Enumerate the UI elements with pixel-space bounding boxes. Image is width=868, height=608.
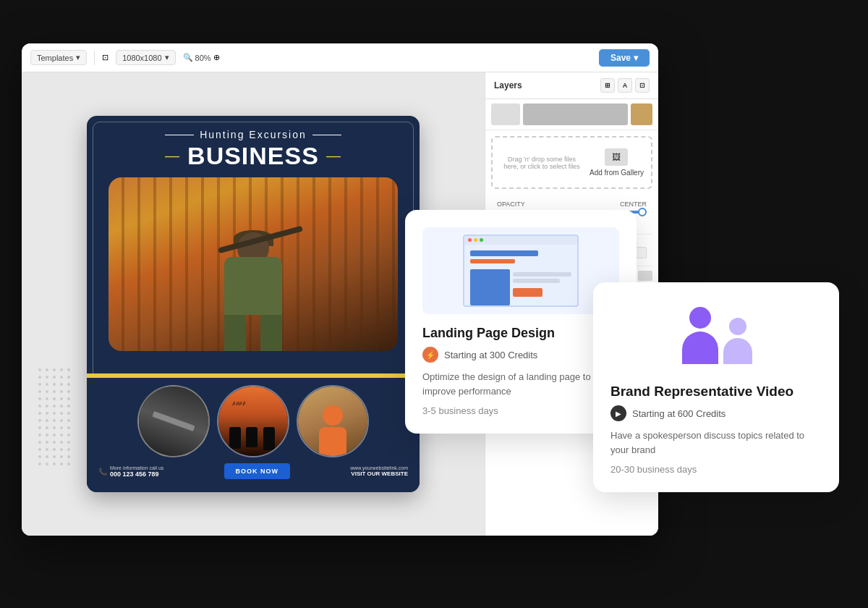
svg-point-49 [67, 434, 70, 436]
crop-icon: ⊡ [102, 53, 109, 62]
opacity-slider-thumb[interactable] [638, 208, 647, 216]
svg-point-60 [38, 455, 41, 458]
chevron-down-icon: ▾ [76, 53, 80, 62]
svg-point-14 [67, 383, 70, 386]
preview-bar-blue [470, 250, 538, 256]
landing-preview [422, 227, 619, 314]
hunting-flyer: Hunting Excursion — BUSINESS — [87, 116, 420, 492]
svg-point-27 [53, 405, 56, 408]
layers-icon-btn-3[interactable]: ⊡ [635, 78, 650, 93]
svg-point-25 [38, 405, 41, 408]
landing-preview-mockup [463, 235, 579, 307]
layer-thumb-2[interactable] [523, 104, 628, 125]
person-body [682, 332, 718, 364]
svg-point-55 [38, 448, 41, 451]
zoom-in-icon[interactable]: ⊕ [213, 53, 220, 62]
drop-zone-text: Drag 'n' drop some files here, or click … [500, 156, 584, 170]
brand-preview [610, 300, 822, 372]
flyer-contact-row: 📞 More information call us 000 123 456 7… [87, 457, 420, 479]
size-label: 1080x1080 [122, 54, 161, 62]
svg-point-36 [46, 419, 48, 422]
svg-point-8 [60, 376, 63, 379]
title-dash-right: — [326, 148, 341, 164]
svg-point-33 [60, 412, 63, 415]
layers-icon-btn-1[interactable]: ⊞ [600, 78, 615, 93]
svg-point-34 [67, 412, 70, 415]
add-gallery-label: Add from Gallery [590, 169, 644, 177]
layer-thumb-3[interactable] [631, 104, 652, 125]
divider-1 [94, 51, 95, 65]
website-cta: VISIT OUR WEBSITE [350, 470, 408, 477]
svg-point-56 [46, 448, 48, 451]
preview-bar-orange [470, 259, 515, 263]
title-dash-left: — [165, 148, 180, 164]
flyer-website-area: www.yourwebsitelink.com VISIT OUR WEBSIT… [350, 465, 408, 477]
layer-extra-icon-2 [638, 271, 652, 281]
svg-point-46 [46, 434, 48, 436]
svg-point-5 [38, 376, 41, 379]
svg-point-64 [67, 455, 70, 458]
drop-zone[interactable]: Drag 'n' drop some files here, or click … [491, 136, 652, 189]
svg-point-2 [53, 368, 56, 371]
svg-point-13 [60, 383, 63, 386]
svg-point-32 [53, 412, 56, 415]
landing-credits-text: Starting at 300 Credits [444, 350, 537, 360]
zoom-controls[interactable]: 🔍 80% ⊕ [183, 53, 220, 62]
svg-point-4 [67, 368, 70, 371]
flyer-circles: 𝜷 𝜷 𝜷 𝜷 [87, 375, 420, 457]
person-icon-group [675, 307, 758, 365]
svg-point-50 [38, 441, 41, 444]
book-now-button[interactable]: BOOK NOW [224, 463, 291, 479]
templates-dropdown[interactable]: Templates ▾ [30, 50, 87, 65]
svg-point-53 [60, 441, 63, 444]
svg-point-59 [67, 448, 70, 451]
svg-point-57 [53, 448, 56, 451]
main-hunter-image [109, 177, 398, 351]
svg-point-54 [67, 441, 70, 444]
svg-point-58 [60, 448, 63, 451]
zoom-level: 80% [195, 54, 211, 62]
phone-label: More information call us [110, 465, 163, 470]
svg-point-1 [46, 368, 48, 371]
size-display[interactable]: 1080x1080 ▾ [116, 50, 175, 65]
crop-icon-area[interactable]: ⊡ [102, 53, 109, 62]
svg-point-16 [46, 390, 48, 393]
svg-point-35 [38, 419, 41, 422]
yellow-strip [87, 373, 420, 378]
svg-point-38 [60, 419, 63, 422]
brand-card-description: Have a spokesperson discuss topics relat… [610, 428, 822, 457]
svg-point-30 [38, 412, 41, 415]
layer-thumb-1[interactable] [491, 104, 520, 125]
phone-number: 000 123 456 789 [110, 470, 163, 478]
svg-point-18 [60, 390, 63, 393]
svg-point-51 [46, 441, 48, 444]
svg-point-3 [60, 368, 63, 371]
layers-icon-btn-2[interactable]: A [618, 78, 632, 93]
svg-point-42 [53, 426, 56, 429]
svg-point-48 [60, 434, 63, 436]
svg-point-40 [38, 426, 41, 429]
svg-point-65 [38, 463, 41, 465]
svg-point-62 [53, 455, 56, 458]
svg-point-29 [67, 405, 70, 408]
save-button[interactable]: Save ▾ [599, 49, 650, 67]
brand-credits-icon: ▶ [610, 405, 626, 421]
flyer-header: Hunting Excursion — BUSINESS — [87, 116, 420, 176]
zoom-out-icon[interactable]: 🔍 [183, 53, 193, 62]
svg-point-52 [53, 441, 56, 444]
flyer-phone-area: 📞 More information call us 000 123 456 7… [98, 465, 163, 478]
templates-label: Templates [37, 54, 73, 62]
svg-point-63 [60, 455, 63, 458]
svg-point-37 [53, 419, 56, 422]
chevron-down-icon-size: ▾ [165, 53, 169, 62]
svg-point-68 [60, 463, 63, 465]
save-label: Save [610, 53, 631, 63]
landing-card-credits: ⚡ Starting at 300 Credits [422, 347, 619, 363]
svg-point-41 [46, 426, 48, 429]
svg-point-6 [46, 376, 48, 379]
svg-point-67 [53, 463, 56, 465]
editor-toolbar: Templates ▾ ⊡ 1080x1080 ▾ 🔍 80% ⊕ Save ▾ [22, 43, 658, 72]
gallery-icon: 🖼 [605, 148, 628, 166]
add-from-gallery-btn[interactable]: 🖼 Add from Gallery [590, 148, 644, 177]
layers-header: Layers ⊞ A ⊡ [485, 72, 658, 99]
